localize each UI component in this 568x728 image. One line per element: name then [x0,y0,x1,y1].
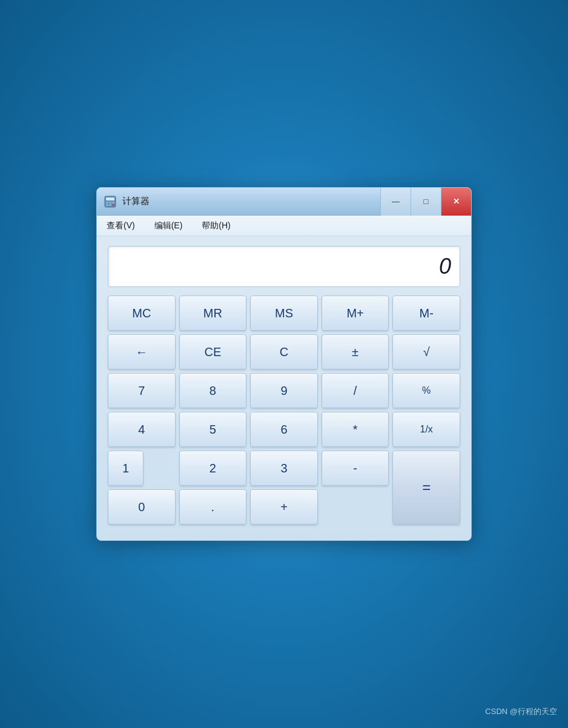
menu-view[interactable]: 查看(V) [103,219,139,233]
sqrt-button[interactable]: √ [392,334,460,369]
display-value: 0 [439,254,451,279]
ce-button[interactable]: CE [179,334,247,369]
add-button[interactable]: + [250,489,318,524]
memory-row: MC MR MS M+ M- [108,296,460,331]
svg-rect-6 [109,204,111,206]
mminus-button[interactable]: M- [392,296,460,331]
dot-button[interactable]: . [179,489,247,524]
control-row: ← CE C ± √ [108,334,460,369]
reciprocal-button[interactable]: 1/x [392,412,460,447]
btn-4[interactable]: 4 [108,412,176,447]
c-button[interactable]: C [250,334,318,369]
percent-button[interactable]: % [392,373,460,408]
plusminus-button[interactable]: ± [322,334,389,369]
title-left: 计算器 [103,194,150,209]
watermark: CSDN @行程的天空 [485,706,557,717]
col4-bottom: - [322,451,389,524]
menu-help[interactable]: 帮助(H) [198,219,234,233]
mc-button[interactable]: MC [108,296,176,331]
col2-bottom: 2 . [179,451,247,524]
btn-0[interactable]: 0 [108,489,176,524]
window-controls: — □ ✕ [380,188,471,216]
calculator-window: 计算器 — □ ✕ 查看(V) 编辑(E) 帮助(H) 0 MC MR MS M… [96,187,472,541]
svg-rect-2 [106,202,108,204]
btn-1[interactable]: 1 [108,451,144,486]
display: 0 [108,246,460,287]
svg-rect-5 [106,204,108,206]
btn-8[interactable]: 8 [179,373,247,408]
maximize-button[interactable]: □ [411,188,441,216]
multiply-button[interactable]: * [322,412,389,447]
ms-button[interactable]: MS [250,296,318,331]
backspace-button[interactable]: ← [108,334,176,369]
svg-rect-3 [109,202,111,204]
svg-rect-4 [112,202,114,204]
menu-bar: 查看(V) 编辑(E) 帮助(H) [97,216,471,236]
minimize-button[interactable]: — [380,188,411,216]
mr-button[interactable]: MR [179,296,247,331]
window-title: 计算器 [122,196,150,207]
row-789: 7 8 9 / % [108,373,460,408]
calculator-icon [103,194,117,209]
btn-3[interactable]: 3 [250,451,318,486]
close-button[interactable]: ✕ [441,188,471,216]
mplus-button[interactable]: M+ [322,296,389,331]
button-grid: MC MR MS M+ M- ← CE C ± √ 7 8 9 / % [108,296,460,447]
svg-rect-7 [112,204,114,206]
subtract-button[interactable]: - [322,451,389,486]
btn-6[interactable]: 6 [250,412,318,447]
row-456: 4 5 6 * 1/x [108,412,460,447]
menu-edit[interactable]: 编辑(E) [151,219,187,233]
bottom-grid: 1 0 2 . 3 + - = [108,451,460,528]
btn-7[interactable]: 7 [108,373,176,408]
divide-button[interactable]: / [322,373,389,408]
svg-rect-1 [106,197,114,200]
col1-bottom: 1 0 [108,451,176,524]
equal-button[interactable]: = [392,451,460,524]
equal-col: = [392,451,460,528]
btn-5[interactable]: 5 [179,412,247,447]
btn-9[interactable]: 9 [250,373,318,408]
calc-body: 0 MC MR MS M+ M- ← CE C ± √ 7 8 [97,236,471,540]
btn-2[interactable]: 2 [179,451,247,486]
title-bar: 计算器 — □ ✕ [97,188,471,216]
col3-bottom: 3 + [250,451,318,524]
